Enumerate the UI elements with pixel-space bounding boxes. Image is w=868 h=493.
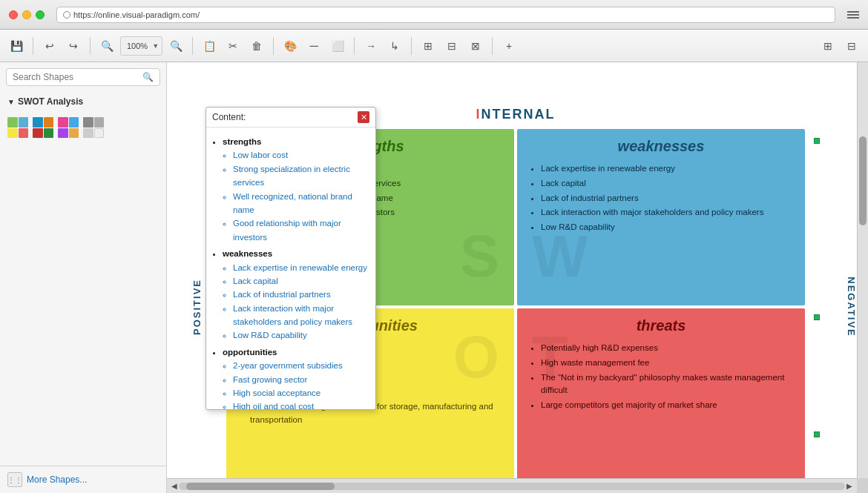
content-item: Lack expertise in renewable energy — [233, 261, 369, 274]
watermark-s: S — [460, 222, 499, 291]
list-item: High waste management fee — [541, 357, 795, 370]
elbow-connect-button[interactable]: ↳ — [384, 36, 405, 56]
horizontal-scrollbar[interactable]: ◀ ▶ — [167, 478, 857, 493]
scroll-right-arrow[interactable]: ▶ — [845, 482, 854, 490]
cut-button[interactable]: ✂ — [223, 36, 243, 56]
content-item: Low labor cost — [233, 148, 369, 162]
swot-label-negative: NEGATIVE — [846, 277, 857, 337]
toolbar-separator-3 — [192, 37, 193, 55]
shape-button[interactable]: ⬜ — [327, 36, 348, 56]
browser-menu-icon[interactable] — [847, 11, 859, 19]
content-item: Fast growing sector — [233, 373, 369, 386]
content-item: Good relationship with major investors — [233, 216, 369, 244]
url-bar[interactable]: https://online.visual-paradigm.com/ — [56, 7, 835, 23]
list-item: Potentially high R&D expenses — [541, 342, 795, 355]
url-security-icon — [63, 11, 70, 19]
list-item: Lack of industrial partners — [541, 192, 795, 205]
preset-swot-1[interactable] — [7, 117, 28, 138]
toolbar-separator-5 — [354, 37, 355, 55]
minimize-window-button[interactable] — [22, 10, 31, 19]
traffic-lights — [9, 10, 45, 19]
delete-button[interactable]: 🗑 — [246, 36, 267, 56]
content-popup-header: Content: ✕ — [206, 107, 375, 128]
main-layout: 🔍 ▼ SWOT Analysis — [0, 62, 868, 493]
preset-swot-4[interactable] — [83, 117, 104, 138]
scroll-left-arrow[interactable]: ◀ — [170, 482, 179, 490]
sidebar-section-swot: ▼ SWOT Analysis — [0, 92, 166, 111]
sidebar-options-button[interactable]: ⋮⋮ — [7, 472, 22, 487]
list-item: Lack interaction with major stakeholders… — [541, 206, 795, 219]
zoom-group: 100% ▼ — [120, 36, 162, 56]
sidebar-section-title[interactable]: ▼ SWOT Analysis — [7, 96, 159, 107]
search-icon: 🔍 — [142, 72, 154, 82]
section-collapse-arrow: ▼ — [7, 98, 15, 106]
zoom-arrow[interactable]: ▼ — [152, 42, 159, 50]
toolbar-separator — [33, 37, 33, 55]
content-item: Lack capital — [233, 274, 369, 288]
content-category-weaknesses: weaknesses Lack expertise in renewable e… — [223, 247, 369, 343]
toolbar-separator-7 — [492, 37, 493, 55]
content-item: Lack of industrial partners — [233, 288, 369, 301]
watermark-o: O — [453, 323, 499, 391]
more-shapes-button[interactable]: More Shapes... — [27, 474, 87, 485]
content-popup: Content: ✕ strengths Low labor cost Stro… — [206, 107, 376, 410]
preset-swot-3[interactable] — [58, 117, 79, 138]
watermark-t: T — [532, 323, 568, 391]
vertical-scroll-thumb[interactable] — [859, 136, 867, 225]
line-color-button[interactable]: ─ — [303, 36, 324, 56]
toolbar-separator-4 — [273, 37, 274, 55]
content-item: Well recognized, national brand name — [233, 190, 369, 217]
more-button[interactable]: + — [499, 36, 519, 56]
save-button[interactable]: 💾 — [6, 36, 27, 56]
search-input[interactable] — [13, 72, 138, 82]
content-item: 2-year government subsidies — [233, 359, 369, 372]
content-item: Strong specialization in electric servic… — [233, 162, 369, 190]
toolbar: 💾 ↩ ↪ 🔍 100% ▼ 🔍 📋 ✂ 🗑 🎨 ─ ⬜ → ↳ ⊞ ⊟ ⊠ +… — [0, 30, 868, 62]
content-item: High oil and coal cost — [233, 400, 369, 409]
close-window-button[interactable] — [9, 10, 18, 19]
maximize-window-button[interactable] — [36, 10, 45, 19]
zoom-in-button[interactable]: 🔍 — [165, 36, 186, 56]
zoom-out-button[interactable]: 🔍 — [96, 36, 117, 56]
canvas-area[interactable]: INTERNAL EXTERNAL POSITIVE NEGATIVE stre… — [167, 62, 868, 493]
content-category-strengths: strengths Low labor cost Strong speciali… — [223, 135, 369, 244]
swot-cell-weaknesses[interactable]: weaknesses W Lack expertise in renewable… — [517, 129, 805, 305]
view-toggle-button[interactable]: ⊞ — [818, 36, 838, 56]
watermark-w: W — [532, 222, 588, 291]
content-item: High social acceptance — [233, 386, 369, 400]
label-i: I — [476, 107, 481, 122]
group-button[interactable]: ⊞ — [418, 36, 438, 56]
connect-button[interactable]: → — [361, 36, 381, 56]
swot-cell-threats[interactable]: threats T Potentially high R&D expenses … — [517, 308, 805, 478]
zoom-level: 100% — [124, 42, 151, 50]
weaknesses-title: weaknesses — [527, 138, 795, 155]
list-item: Lack capital — [541, 177, 795, 191]
content-popup-close-button[interactable]: ✕ — [358, 111, 369, 123]
canvas-paper: INTERNAL EXTERNAL POSITIVE NEGATIVE stre… — [167, 62, 857, 478]
shape-presets-row — [0, 111, 166, 144]
vertical-scrollbar[interactable] — [857, 62, 868, 478]
content-popup-title: Content: — [212, 112, 246, 122]
horizontal-scroll-track[interactable] — [179, 483, 845, 490]
search-box[interactable]: 🔍 — [6, 68, 160, 86]
toolbar-separator-6 — [411, 37, 412, 55]
sidebar: 🔍 ▼ SWOT Analysis — [0, 62, 167, 493]
section-label: SWOT Analysis — [18, 96, 83, 107]
toolbar-separator-2 — [90, 37, 91, 55]
content-item: Low R&D capability — [233, 328, 369, 342]
undo-button[interactable]: ↩ — [39, 36, 60, 56]
sidebar-bottom: ⋮⋮ More Shapes... — [0, 466, 166, 493]
preset-swot-2[interactable] — [33, 117, 53, 138]
distribute-button[interactable]: ⊠ — [465, 36, 486, 56]
list-item: Lack expertise in renewable energy — [541, 162, 795, 176]
copy-button[interactable]: 📋 — [199, 36, 220, 56]
content-item: Lack interaction with major stakeholders… — [233, 302, 369, 329]
content-category-opportunities: opportunities 2-year government subsidie… — [223, 345, 369, 409]
url-text: https://online.visual-paradigm.com/ — [73, 10, 200, 19]
align-button[interactable]: ⊟ — [441, 36, 462, 56]
content-popup-body[interactable]: strengths Low labor cost Strong speciali… — [206, 128, 375, 409]
fill-color-button[interactable]: 🎨 — [280, 36, 300, 56]
horizontal-scroll-thumb[interactable] — [186, 483, 335, 490]
layout-button[interactable]: ⊟ — [841, 36, 862, 56]
redo-button[interactable]: ↪ — [63, 36, 84, 56]
